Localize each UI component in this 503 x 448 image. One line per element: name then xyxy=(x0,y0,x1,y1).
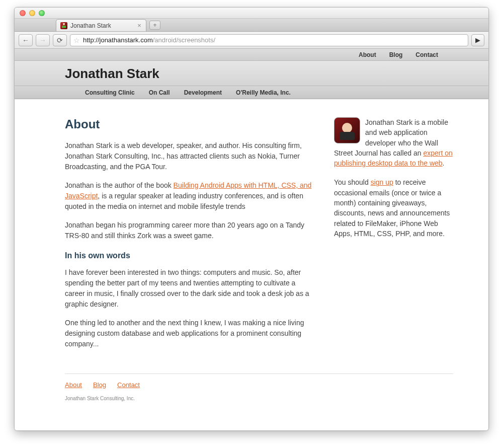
sidebar-signup-pre: You should xyxy=(334,178,371,186)
browser-window: Jonathan Stark × + ← → ⟳ ☆ http://jonath… xyxy=(14,7,489,431)
about-paragraph-4: I have forever been interested in two th… xyxy=(65,267,314,310)
footer-link-blog[interactable]: Blog xyxy=(93,381,106,389)
signup-link[interactable]: sign up xyxy=(371,178,393,186)
site-title: Jonathan Stark xyxy=(65,66,488,82)
page-heading: About xyxy=(65,117,314,131)
browser-tab[interactable]: Jonathan Stark × xyxy=(56,19,146,31)
favicon-icon xyxy=(60,22,67,29)
footer-links: About Blog Contact xyxy=(65,381,453,389)
bookmark-star-icon[interactable]: ☆ xyxy=(73,36,80,44)
back-button[interactable]: ← xyxy=(19,34,33,46)
site-main-nav: Consulting Clinic On Call Development O'… xyxy=(15,86,488,99)
browser-toolbar: ← → ⟳ ☆ http://jonathanstark.com/android… xyxy=(15,32,488,49)
traffic-lights xyxy=(20,10,45,16)
address-bar[interactable]: ☆ http://jonathanstark.com/android/scree… xyxy=(70,34,468,46)
footer-link-about[interactable]: About xyxy=(65,381,82,389)
about-p2-pre: Jonathan is the author of the book xyxy=(65,181,174,189)
topnav-contact[interactable]: Contact xyxy=(415,51,438,58)
url-host: http://jonathanstark.com xyxy=(83,36,153,44)
arrow-right-icon: → xyxy=(39,36,46,44)
page-viewport: About Blog Contact Jonathan Stark Consul… xyxy=(15,49,488,430)
site-utility-nav: About Blog Contact xyxy=(15,49,488,61)
tab-strip: Jonathan Stark × + xyxy=(15,19,488,32)
reload-icon: ⟳ xyxy=(57,36,63,44)
close-tab-button[interactable]: × xyxy=(136,22,143,29)
arrow-left-icon: ← xyxy=(22,36,29,44)
sub-heading: In his own words xyxy=(65,251,314,260)
sidebar-signup: You should sign up to receive occasional… xyxy=(334,177,453,239)
url-text: http://jonathanstark.com/android/screens… xyxy=(83,36,215,44)
reader-play-button[interactable]: ▶ xyxy=(471,34,484,46)
topnav-about[interactable]: About xyxy=(359,51,376,58)
play-icon: ▶ xyxy=(475,36,480,44)
window-titlebar xyxy=(15,8,488,19)
forward-button[interactable]: → xyxy=(36,34,50,46)
about-paragraph-5: One thing led to another and the next th… xyxy=(65,318,314,349)
about-paragraph-2: Jonathan is the author of the book Build… xyxy=(65,180,314,212)
site-footer: About Blog Contact Jonathan Stark Consul… xyxy=(65,374,453,416)
about-paragraph-1: Jonathan Stark is a web developer, speak… xyxy=(65,140,314,172)
main-column: About Jonathan Stark is a web developer,… xyxy=(65,117,314,357)
sidebar-column: Jonathan Stark is a mobile and web appli… xyxy=(334,117,453,357)
content-area: About Jonathan Stark is a web developer,… xyxy=(15,99,488,367)
nav-oreilly[interactable]: O'Reilly Media, Inc. xyxy=(236,89,291,96)
about-p2-post: , is a regular speaker at leading indust… xyxy=(65,192,303,210)
close-window-button[interactable] xyxy=(20,10,26,16)
nav-on-call[interactable]: On Call xyxy=(149,89,170,96)
zoom-window-button[interactable] xyxy=(39,10,45,16)
topnav-blog[interactable]: Blog xyxy=(389,51,403,58)
reload-button[interactable]: ⟳ xyxy=(53,34,67,46)
minimize-window-button[interactable] xyxy=(29,10,35,16)
nav-development[interactable]: Development xyxy=(184,89,222,96)
about-paragraph-3: Jonathan began his programming career mo… xyxy=(65,220,314,241)
nav-consulting-clinic[interactable]: Consulting Clinic xyxy=(85,89,135,96)
sidebar-bio-post: . xyxy=(443,159,445,167)
new-tab-button[interactable]: + xyxy=(149,21,160,30)
footer-copyright: Jonathan Stark Consulting, Inc. xyxy=(65,396,453,401)
sidebar-signup-post: to receive occasional emails (once or tw… xyxy=(334,178,450,237)
url-path: /android/screenshots/ xyxy=(153,36,215,44)
site-header: Jonathan Stark xyxy=(15,61,488,86)
tab-title: Jonathan Stark xyxy=(70,22,111,29)
sidebar-bio: Jonathan Stark is a mobile and web appli… xyxy=(334,117,453,168)
footer-link-contact[interactable]: Contact xyxy=(117,381,140,389)
plus-icon: + xyxy=(153,22,156,29)
avatar xyxy=(334,117,360,143)
